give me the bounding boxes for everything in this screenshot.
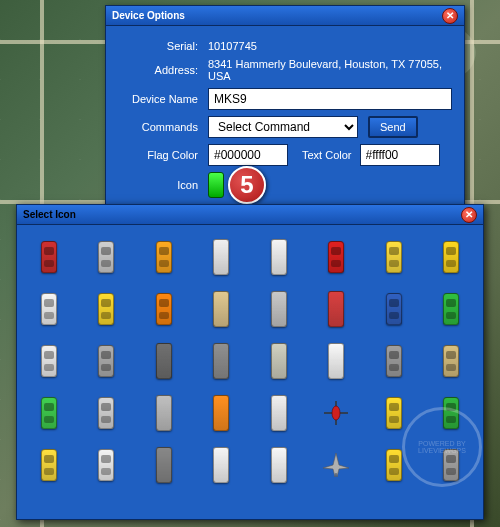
car-yellow-5[interactable] — [38, 445, 60, 485]
car-red-2[interactable] — [325, 237, 347, 277]
select-icon-title: Select Icon — [23, 205, 76, 225]
car-icon — [41, 241, 57, 273]
truck-grey-3[interactable] — [153, 445, 175, 485]
car-yellow-4[interactable] — [383, 393, 405, 433]
commands-label: Commands — [118, 121, 208, 133]
jet-icon — [322, 450, 350, 480]
car-icon — [156, 241, 172, 273]
truck-icon — [213, 343, 229, 379]
car-red-1[interactable] — [38, 237, 60, 277]
select-icon-panel: Select Icon ✕ — [16, 204, 484, 520]
truck-icon — [271, 447, 287, 483]
car-green-1[interactable] — [440, 289, 462, 329]
car-orange-2[interactable] — [153, 289, 175, 329]
serial-label: Serial: — [118, 40, 208, 52]
truck-icon — [328, 343, 344, 379]
send-button[interactable]: Send — [368, 116, 418, 138]
car-icon — [98, 449, 114, 481]
car-grey-2[interactable] — [440, 445, 462, 485]
car-white-2[interactable] — [38, 341, 60, 381]
car-icon — [41, 345, 57, 377]
car-green-3[interactable] — [440, 393, 462, 433]
truck-orange-1[interactable] — [210, 393, 232, 433]
heli-icon — [321, 398, 351, 428]
close-icon[interactable]: ✕ — [461, 207, 477, 223]
car-silver-1[interactable] — [95, 237, 117, 277]
car-silver-2[interactable] — [95, 393, 117, 433]
car-yellow-1[interactable] — [383, 237, 405, 277]
text-color-input[interactable] — [360, 144, 440, 166]
car-icon — [386, 293, 402, 325]
truck-silver-1[interactable] — [268, 289, 290, 329]
car-icon — [98, 293, 114, 325]
boat-white-1[interactable] — [268, 445, 290, 485]
truck-tanker-1[interactable] — [268, 341, 290, 381]
truck-white-4[interactable] — [268, 393, 290, 433]
device-options-titlebar[interactable]: Device Options ✕ — [106, 6, 464, 26]
truck-tan-1[interactable] — [210, 289, 232, 329]
truck-white-3[interactable] — [325, 341, 347, 381]
car-orange-1[interactable] — [153, 237, 175, 277]
current-icon[interactable] — [208, 172, 224, 198]
svg-point-2 — [332, 406, 340, 420]
truck-icon — [213, 447, 229, 483]
car-icon — [41, 397, 57, 429]
truck-icon — [271, 343, 287, 379]
car-white-3[interactable] — [95, 445, 117, 485]
heli-red-1[interactable] — [325, 393, 347, 433]
flag-color-input[interactable] — [208, 144, 288, 166]
truck-white-5[interactable] — [210, 445, 232, 485]
boat-grey-1[interactable] — [383, 341, 405, 381]
select-icon-titlebar[interactable]: Select Icon ✕ — [17, 205, 483, 225]
icon-label: Icon — [118, 179, 208, 191]
car-yellow-6[interactable] — [383, 445, 405, 485]
car-icon — [328, 241, 344, 273]
car-icon — [443, 449, 459, 481]
truck-grey-2[interactable] — [210, 341, 232, 381]
commands-select[interactable]: Select Command — [208, 116, 358, 138]
close-icon[interactable]: ✕ — [442, 8, 458, 24]
map-background[interactable]: Device Options ✕ Serial: 10107745 Addres… — [0, 0, 500, 527]
car-icon — [98, 241, 114, 273]
truck-icon — [156, 395, 172, 431]
boat-tan-1[interactable] — [440, 341, 462, 381]
truck-white-2[interactable] — [268, 237, 290, 277]
car-icon — [156, 293, 172, 325]
address-value: 8341 Hammerly Boulevard, Houston, TX 770… — [208, 58, 452, 82]
device-name-label: Device Name — [118, 93, 208, 105]
truck-icon — [213, 395, 229, 431]
car-icon — [443, 241, 459, 273]
truck-white-1[interactable] — [210, 237, 232, 277]
icon-scroll-area[interactable] — [17, 225, 483, 519]
jet-grey-1[interactable] — [325, 445, 347, 485]
car-icon — [41, 293, 57, 325]
car-green-2[interactable] — [38, 393, 60, 433]
car-icon — [98, 345, 114, 377]
truck-icon — [213, 291, 229, 327]
svg-marker-3 — [323, 453, 349, 477]
callout-badge: 5 — [228, 166, 266, 204]
car-icon — [443, 345, 459, 377]
truck-icon — [156, 343, 172, 379]
car-icon — [443, 397, 459, 429]
car-blue-1[interactable] — [383, 289, 405, 329]
truck-icon — [271, 291, 287, 327]
truck-silver-2[interactable] — [153, 393, 175, 433]
device-options-title: Device Options — [112, 6, 185, 26]
car-icon — [386, 449, 402, 481]
text-color-label: Text Color — [302, 149, 352, 161]
car-white-1[interactable] — [38, 289, 60, 329]
flag-color-label: Flag Color — [118, 149, 208, 161]
truck-icon — [271, 395, 287, 431]
car-yellow-2[interactable] — [440, 237, 462, 277]
truck-dark-1[interactable] — [153, 341, 175, 381]
car-icon — [386, 241, 402, 273]
truck-icon — [156, 447, 172, 483]
serial-value: 10107745 — [208, 40, 452, 52]
truck-red-1[interactable] — [325, 289, 347, 329]
truck-icon — [328, 291, 344, 327]
device-name-input[interactable] — [208, 88, 452, 110]
car-grey-1[interactable] — [95, 341, 117, 381]
car-yellow-3[interactable] — [95, 289, 117, 329]
car-icon — [41, 449, 57, 481]
